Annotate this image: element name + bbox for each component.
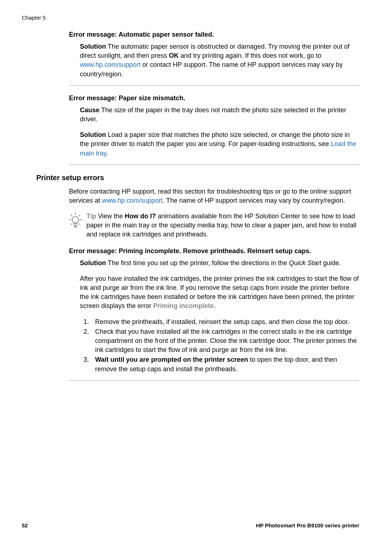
error1-body: Solution The automatic paper sensor is o…	[80, 42, 359, 79]
lightbulb-icon	[69, 212, 82, 230]
footer: 52 HP Photosmart Pro B9100 series printe…	[22, 522, 359, 528]
support-link[interactable]: www.hp.com/support	[80, 61, 140, 68]
step3-bold: Wait until you are prompted on the print…	[95, 356, 248, 363]
svg-line-6	[79, 223, 80, 225]
text: . The name of HP support services may va…	[163, 197, 345, 204]
divider	[69, 165, 359, 165]
svg-line-5	[71, 223, 72, 225]
solution-label: Solution	[80, 43, 106, 50]
error2-heading: Error message: Paper size mismatch.	[69, 94, 359, 102]
text: guide.	[321, 259, 341, 267]
text: The first time you set up the printer, f…	[106, 259, 289, 267]
divider	[69, 380, 359, 381]
error3-para2: After you have installed the ink cartrid…	[80, 274, 359, 311]
text: After you have installed the ink cartrid…	[80, 275, 359, 310]
text: View the	[96, 212, 125, 220]
page-number: 52	[22, 522, 28, 528]
support-link[interactable]: www.hp.com/support	[102, 197, 163, 204]
error1-heading: Error message: Automatic paper sensor fa…	[69, 31, 359, 39]
solution-label: Solution	[80, 131, 106, 138]
solution-label: Solution	[80, 259, 106, 267]
step-3: Wait until you are prompted on the print…	[91, 355, 359, 373]
text: .	[214, 302, 216, 309]
error3-steps: Remove the printheads, if installed, rei…	[80, 317, 359, 374]
section-body: Before contacting HP support, read this …	[69, 187, 359, 205]
tip-label: Tip	[86, 212, 96, 220]
cause-label: Cause	[80, 106, 99, 114]
svg-rect-8	[74, 223, 77, 226]
priming-incomplete: Priming incomplete	[153, 302, 214, 309]
divider	[69, 85, 359, 86]
text: Load a paper size that matches the photo…	[80, 131, 350, 147]
text: and try printing again. If this does not…	[179, 52, 321, 59]
quick-start: Quick Start	[289, 259, 321, 267]
tip-text: Tip View the How do I? animations availa…	[86, 212, 359, 239]
error3-heading: Error message: Priming incomplete. Remov…	[69, 247, 359, 255]
step-1: Remove the printheads, if installed, rei…	[91, 317, 359, 327]
step-2: Check that you have installed all the in…	[91, 327, 359, 355]
error2-cause: Cause The size of the paper in the tray …	[80, 106, 359, 124]
text: .	[106, 150, 108, 157]
svg-point-7	[72, 216, 79, 223]
how-do-i: How do I?	[124, 212, 156, 220]
chapter-label: Chapter 5	[22, 15, 359, 21]
error2-solution: Solution Load a paper size that matches …	[80, 130, 359, 158]
error3-solution: Solution The first time you set up the p…	[80, 259, 359, 268]
section-heading: Printer setup errors	[36, 174, 359, 182]
text: The size of the paper in the tray does n…	[80, 106, 346, 123]
svg-line-2	[79, 215, 80, 216]
ok-text: OK	[169, 52, 179, 59]
tip-block: Tip View the How do I? animations availa…	[69, 212, 359, 239]
footer-title: HP Photosmart Pro B9100 series printer	[256, 522, 359, 528]
svg-line-1	[71, 215, 72, 216]
